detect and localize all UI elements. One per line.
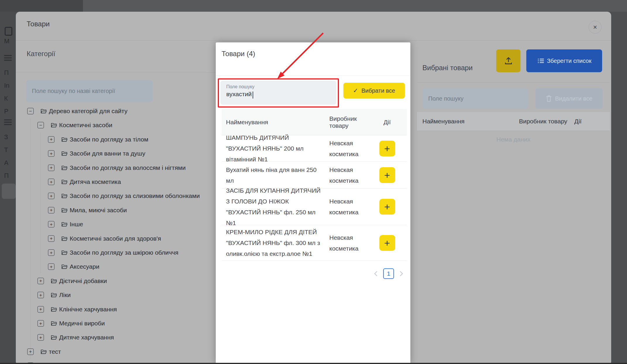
category-tree-row[interactable]: + Дитяче харчування [37,332,114,342]
folder-icon [61,193,68,199]
category-label: Косметичні засоби [59,122,112,129]
categories-divider [16,72,216,73]
category-tree-row[interactable]: + Інше [48,219,83,229]
tree-expander-icon[interactable]: + [48,221,54,227]
folder-icon [51,123,57,128]
tree-expander-icon[interactable]: + [48,136,54,143]
add-product-button[interactable]: + [379,141,395,156]
category-label: Дитяче харчування [59,334,114,341]
tree-expander-icon[interactable]: + [48,235,54,242]
page-top-bar-left [0,0,83,12]
tree-expander-icon[interactable]: + [37,334,44,341]
category-tree-row[interactable]: + Мила, миючі засоби [48,205,127,215]
selected-search-input[interactable]: Поле пошуку [422,88,528,109]
page-number[interactable]: 1 [383,268,394,279]
add-product-button[interactable]: + [379,167,395,183]
list-icon [4,119,12,126]
tree-expander-icon[interactable]: + [37,320,44,327]
select-all-label: Вибрати все [362,87,395,94]
add-product-button[interactable]: + [379,235,395,251]
category-tree-row[interactable]: + Аксесуари [48,262,99,272]
category-tree-row[interactable]: − Дерево категорій для сайту [27,106,127,116]
product-producer: Невская косметика [329,164,367,186]
upload-button[interactable] [496,49,520,72]
category-label: Засоби по догляду за тілом [70,136,148,143]
category-label: Інше [70,221,83,228]
tree-expander-icon[interactable]: + [37,306,44,313]
products-panel: Товари (4) Поле пошуку вухастий ✓ Вибрат… [216,42,410,364]
tree-expander-icon[interactable]: + [27,349,34,355]
save-list-button[interactable]: Зберегти список [526,49,602,72]
tree-expander-icon[interactable]: + [48,207,54,213]
folder-icon [51,292,57,298]
products-title: Товари (4) [222,50,255,58]
category-search-placeholder: Поле пошуку по назві категорії [32,88,115,94]
modal-title: Товари [27,20,50,28]
next-page-icon[interactable] [398,269,405,278]
check-icon: ✓ [353,87,358,94]
tree-expander-icon[interactable]: − [37,122,44,128]
product-producer: Невская косметика [329,196,367,218]
product-producer: Невская косметика [329,232,367,254]
table-icon [4,55,12,61]
category-tree-row[interactable]: + Засоби для ванни та душу [48,149,145,158]
category-tree-row[interactable]: + Дитяча косметика [48,177,121,187]
category-tree-row[interactable]: − Косметичні засоби [37,120,112,130]
folder-icon [51,321,57,326]
product-search-input[interactable]: Поле пошуку вухастий [220,81,336,105]
category-label: Засоби по догляду за волоссям і нігтями [70,164,186,171]
tree-expander-icon[interactable]: + [48,263,54,270]
tree-expander-icon[interactable]: + [48,179,54,185]
product-name: ШАМПУНЬ ДИТЯЧИЙ "ВУХАСТИЙ НЯНЬ" 200 мл в… [222,132,329,165]
folder-icon [61,165,68,170]
category-tree-row[interactable]: + Косметичні засоби для здоров'я [48,234,161,244]
category-tree-row[interactable]: + Ліки [37,290,71,300]
category-tree-row[interactable]: + Засоби по догляду за шкірою обличчя [48,248,178,258]
tree-expander-icon[interactable]: + [48,165,54,171]
tree-expander-icon[interactable]: + [48,150,54,157]
sidebar-item-partial: П [4,69,16,77]
category-tree-row[interactable]: + Засоби по догляду за волоссям і нігтям… [48,163,186,173]
folder-icon [41,349,47,354]
tree-expander-icon[interactable]: + [48,193,54,199]
product-row: Вухатий нянь піна для ванн 250 мл Невска… [222,162,407,189]
select-all-button[interactable]: ✓ Вибрати все [343,83,405,99]
tree-expander-icon[interactable]: + [37,292,44,298]
prev-page-icon[interactable] [373,269,379,278]
sidebar-item-partial: In [4,82,16,89]
column-actions: Дії [574,118,592,125]
category-label: Медичні вироби [59,320,105,327]
product-search-value: вухастий [226,91,252,98]
product-search-label: Поле пошуку [226,84,330,89]
product-name: Вухатий нянь піна для ванн 250 мл [222,164,329,186]
category-tree-row[interactable]: + Медичні вироби [37,318,105,328]
category-tree-row[interactable]: + Засоби по догляду за слизовими оболонк… [48,191,200,201]
tree-expander-icon[interactable]: + [48,249,54,256]
category-tree-row[interactable]: + тест [27,347,61,357]
products-table: Найменування Виробник товару Дії ШАМПУНЬ… [222,109,407,261]
category-label: Засоби по догляду за шкірою обличчя [70,249,178,256]
column-actions: Дії [367,119,407,126]
text-cursor [253,92,253,99]
header-divider [16,40,611,41]
category-label: Клінічне харчування [59,306,117,313]
empty-state-text: Нема даних [417,136,610,143]
category-label: Дитяча косметика [70,178,121,185]
upload-icon [504,56,513,65]
folder-icon [61,264,68,269]
sidebar-item-partial: П [4,172,16,180]
category-tree-row[interactable]: + Дієтичні добавки [37,276,107,286]
page-top-bar [0,0,627,12]
category-label: Ліки [59,291,71,299]
sidebar-active-item [2,184,16,199]
add-product-button[interactable]: + [379,199,395,215]
category-label: тест [49,348,61,355]
close-glyph: × [593,24,597,31]
category-tree-row[interactable]: + Клінічне харчування [37,304,117,314]
close-icon[interactable]: × [589,21,602,34]
tree-expander-icon[interactable]: + [37,278,44,284]
category-search-input[interactable]: Поле пошуку по назві категорії [26,80,153,102]
category-tree-row[interactable]: + Засоби по догляду за тілом [48,134,148,144]
tree-expander-icon[interactable]: − [27,108,34,114]
delete-all-button: Видалити все [535,88,603,109]
